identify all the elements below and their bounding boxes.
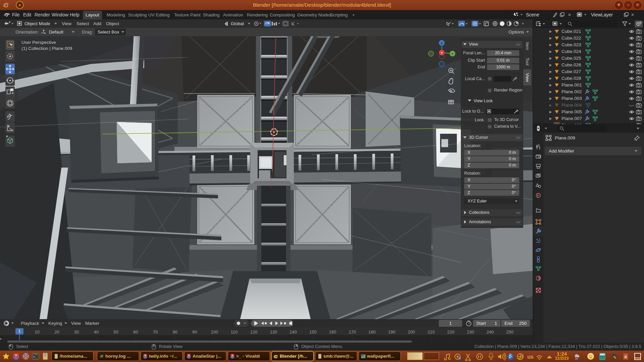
svg-text:>_: >_ — [33, 355, 37, 358]
svg-text:V: V — [232, 354, 233, 357]
svg-text:V: V — [15, 354, 17, 357]
svg-text:V: V — [145, 354, 146, 357]
svg-text:Z: Z — [441, 41, 443, 45]
svg-text:X: X — [441, 51, 443, 55]
svg-text:a: a — [625, 354, 627, 359]
svg-text:Y: Y — [451, 52, 454, 56]
svg-text:us: us — [527, 354, 534, 360]
svg-text:Global: Global — [231, 21, 244, 26]
svg-text:V: V — [188, 354, 190, 357]
